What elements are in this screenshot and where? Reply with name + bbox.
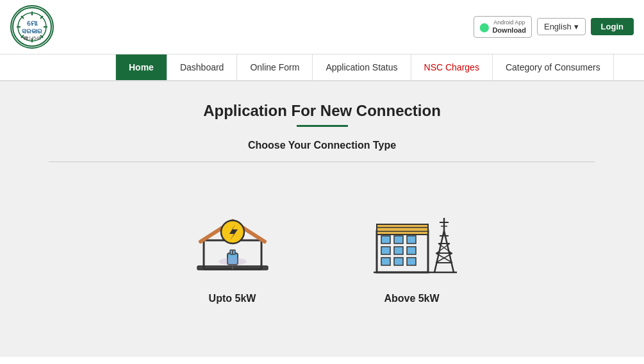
svg-rect-32 bbox=[381, 247, 390, 254]
svg-rect-31 bbox=[407, 236, 416, 244]
logo-circle: ମୋ ସରକାର ☎14545 bbox=[10, 5, 54, 49]
svg-point-24 bbox=[219, 258, 247, 265]
svg-rect-34 bbox=[407, 247, 416, 254]
nav-nsc-charges[interactable]: NSC Charges bbox=[411, 54, 493, 80]
svg-rect-29 bbox=[381, 236, 390, 244]
navbar: Home Dashboard Online Form Application S… bbox=[0, 54, 644, 81]
svg-rect-33 bbox=[394, 247, 403, 254]
svg-rect-30 bbox=[394, 236, 403, 244]
android-text: Android App Download bbox=[492, 19, 526, 35]
card-above-5kw[interactable]: Above 5kW bbox=[361, 183, 463, 304]
svg-rect-22 bbox=[233, 250, 235, 254]
svg-rect-37 bbox=[407, 258, 416, 265]
divider bbox=[49, 161, 595, 162]
chevron-down-icon: ▾ bbox=[574, 22, 579, 31]
login-button[interactable]: Login bbox=[591, 18, 634, 35]
connection-cards: Upto 5kW bbox=[10, 183, 634, 304]
header: ମୋ ସରକାର ☎14545 ⬤ Android App Download E… bbox=[0, 0, 644, 54]
card-upto-5kw[interactable]: Upto 5kW bbox=[181, 183, 284, 304]
connection-type-subtitle: Choose Your Connection Type bbox=[10, 140, 634, 151]
nav-category-consumers[interactable]: Category of Consumers bbox=[493, 54, 614, 80]
card-upto-5kw-label: Upto 5kW bbox=[209, 293, 256, 304]
android-download-button[interactable]: ⬤ Android App Download bbox=[474, 16, 532, 38]
svg-rect-36 bbox=[394, 258, 403, 265]
factory-icon bbox=[361, 183, 463, 285]
android-icon: ⬤ bbox=[479, 22, 490, 32]
logo-svg: ମୋ ସରକାର ☎14545 bbox=[12, 6, 53, 47]
language-selector[interactable]: English ▾ bbox=[537, 18, 586, 35]
language-label: English bbox=[544, 22, 572, 31]
factory-svg bbox=[364, 186, 460, 282]
title-underline bbox=[297, 125, 348, 127]
house-svg bbox=[185, 186, 281, 282]
svg-text:☎14545: ☎14545 bbox=[23, 36, 42, 40]
card-above-5kw-label: Above 5kW bbox=[384, 293, 439, 304]
header-right: ⬤ Android App Download English ▾ Login bbox=[474, 16, 634, 38]
svg-text:ସରକାର: ସରକାର bbox=[22, 28, 42, 35]
nav-online-form[interactable]: Online Form bbox=[237, 54, 313, 80]
nav-dashboard[interactable]: Dashboard bbox=[167, 54, 238, 80]
house-icon bbox=[181, 183, 284, 285]
main-content: Application For New Connection Choose Yo… bbox=[0, 81, 644, 357]
svg-rect-26 bbox=[377, 224, 428, 235]
nav-home[interactable]: Home bbox=[115, 54, 167, 80]
logo-area: ମୋ ସରକାର ☎14545 bbox=[10, 5, 54, 49]
svg-rect-35 bbox=[381, 258, 390, 265]
nav-application-status[interactable]: Application Status bbox=[313, 54, 411, 80]
svg-text:ମୋ: ମୋ bbox=[27, 19, 38, 27]
page-title: Application For New Connection bbox=[10, 102, 634, 120]
